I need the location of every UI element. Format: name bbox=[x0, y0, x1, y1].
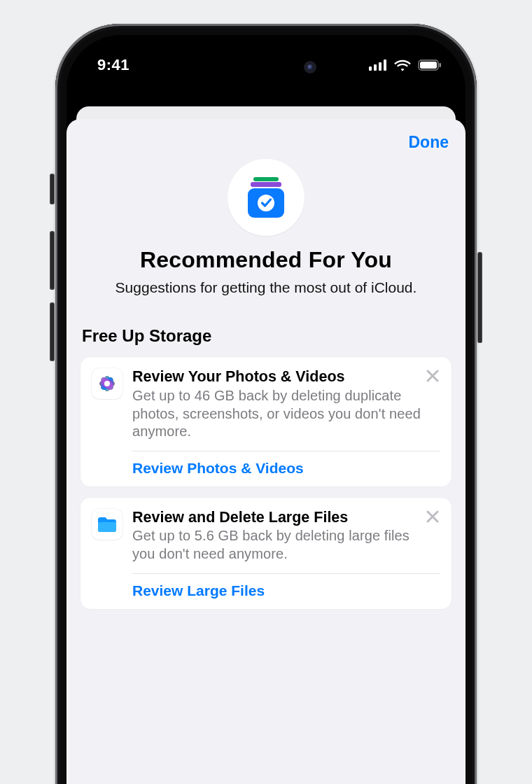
recommendation-card-photos: Review Your Photos & Videos Get up to 46… bbox=[80, 357, 451, 486]
card-description: Get up to 46 GB back by deleting duplica… bbox=[132, 387, 422, 441]
section-title-free-up: Free Up Storage bbox=[80, 326, 451, 346]
battery-icon bbox=[418, 59, 442, 71]
files-app-icon bbox=[92, 509, 122, 540]
phone-frame: 9:41 bbox=[55, 24, 477, 784]
card-title: Review and Delete Large Files bbox=[132, 509, 422, 526]
hero: Recommended For You Suggestions for gett… bbox=[80, 159, 451, 297]
svg-rect-0 bbox=[369, 66, 372, 71]
svg-rect-5 bbox=[420, 62, 437, 69]
review-photos-button[interactable]: Review Photos & Videos bbox=[132, 451, 440, 477]
dismiss-button[interactable] bbox=[425, 509, 440, 524]
svg-point-19 bbox=[104, 381, 110, 386]
front-camera-icon bbox=[304, 61, 316, 74]
dismiss-button[interactable] bbox=[425, 368, 440, 384]
review-files-button[interactable]: Review Large Files bbox=[132, 574, 440, 599]
modal-sheet: Done Recommended For You Suggestions for… bbox=[66, 119, 465, 784]
volume-up-button bbox=[50, 231, 55, 290]
status-time: 9:41 bbox=[97, 56, 130, 74]
svg-rect-2 bbox=[379, 62, 382, 71]
svg-rect-7 bbox=[253, 177, 279, 181]
svg-rect-3 bbox=[384, 59, 386, 71]
done-button[interactable]: Done bbox=[406, 129, 452, 156]
svg-rect-6 bbox=[440, 63, 442, 67]
power-button bbox=[477, 252, 482, 343]
card-title: Review Your Photos & Videos bbox=[132, 368, 422, 386]
svg-rect-8 bbox=[251, 182, 281, 187]
wifi-icon bbox=[394, 59, 411, 71]
mute-switch bbox=[50, 174, 55, 204]
card-description: Get up to 5.6 GB back by deleting large … bbox=[132, 527, 422, 563]
svg-rect-1 bbox=[374, 64, 377, 71]
phone-screen: 9:41 bbox=[66, 35, 465, 784]
page-subtitle: Suggestions for getting the most out of … bbox=[115, 279, 417, 297]
volume-down-button bbox=[50, 302, 55, 361]
cellular-icon bbox=[369, 59, 387, 71]
dynamic-island bbox=[206, 52, 326, 83]
hero-icon bbox=[227, 159, 304, 236]
photos-app-icon bbox=[92, 368, 122, 399]
recommendation-card-files: Review and Delete Large Files Get up to … bbox=[80, 498, 451, 609]
page-title: Recommended For You bbox=[140, 247, 392, 273]
